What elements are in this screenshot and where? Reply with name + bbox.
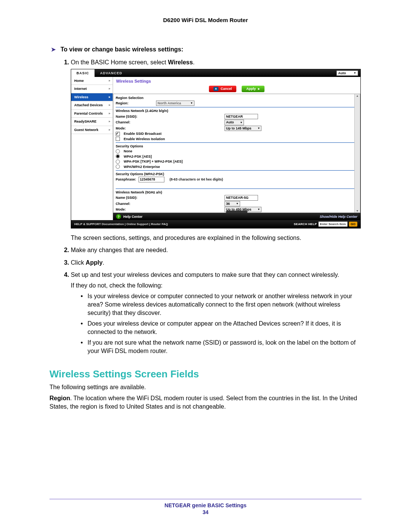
footer-title: NETGEAR genie BASIC Settings (49, 502, 362, 508)
go-button[interactable]: GO (349, 222, 357, 227)
search-help-input[interactable]: Enter Search Item (319, 222, 347, 227)
support-bar: HELP & SUPPORT Documentation | Online Su… (71, 220, 360, 228)
sec-mixed-radio[interactable] (116, 160, 120, 164)
wireless-isolation-checkbox[interactable] (116, 137, 120, 141)
help-bar: ? Help Center Show/Hide Help Center (113, 213, 360, 220)
step1-note: The screen sections, settings, and proce… (71, 234, 362, 242)
tab-basic[interactable]: BASIC (71, 69, 95, 77)
ssid5-input[interactable]: NETGEAR-5G (225, 195, 258, 200)
section-heading: Wireless Settings Screen Fields (49, 368, 362, 380)
tab-advanced[interactable]: ADVANCED (95, 69, 127, 77)
check-intro: If they do not, check the following: (71, 281, 362, 290)
drag-notch-icon[interactable] (226, 211, 247, 213)
search-help-label: SEARCH HELP (294, 222, 317, 226)
section-intro: The following settings are available. (49, 383, 362, 391)
sec-wpa2psk-label: WPA2-PSK [AES] (124, 154, 152, 159)
n5-head: Wireless Network (5GHz a/n) (116, 190, 358, 195)
ssid24-input[interactable]: NETGEAR (225, 114, 258, 119)
sidebar-item-attached[interactable]: Attached Devices▸ (71, 101, 113, 109)
bullet-2: Does your wireless device or computer ap… (81, 320, 362, 336)
step-1: On the BASIC Home screen, select Wireles… (71, 58, 362, 242)
sec-mixed-label: WPA-PSK [TKIP] + WPA2-PSK [AES] (124, 159, 183, 164)
mode5-label: Mode: (116, 207, 139, 212)
ch5-label: Channel: (116, 201, 139, 206)
sidebar-item-guest[interactable]: Guest Network▸ (71, 126, 113, 134)
region-label: Region: (116, 101, 139, 105)
pass-input[interactable]: 12345678 (139, 177, 164, 182)
sec-enterprise-label: WPA/WPA2 Enterprise (124, 165, 160, 169)
ssid5-label: Name (SSID): (116, 195, 139, 200)
ssid-broadcast-label: Enable SSID Broadcast (124, 131, 162, 136)
page-footer: NETGEAR genie BASIC Settings 34 (49, 496, 362, 515)
wireless-isolation-label: Enable Wireless Isolation (124, 137, 165, 141)
sidebar-item-readyshare[interactable]: ReadySHARE▸ (71, 118, 113, 126)
help-center-label[interactable]: Help Center (123, 214, 143, 219)
pass-label: Passphrase: (116, 177, 136, 182)
sidebar-item-home[interactable]: Home▸ (71, 77, 113, 85)
sidebar-item-parental[interactable]: Parental Controls▸ (71, 110, 113, 118)
pass-hint: (8-63 characters or 64 hex digits) (170, 177, 223, 182)
sec-head: Security Options (116, 144, 358, 149)
step-4: Set up and test your wireless devices an… (71, 271, 362, 356)
help-icon: ? (116, 214, 121, 219)
step-2: Make any changes that are needed. (71, 246, 362, 254)
shot-topbar: BASIC ADVANCED Auto▼ (71, 69, 360, 77)
region-paragraph: Region. The location where the WiFi DSL … (49, 394, 362, 411)
lead-heading: To view or change basic wireless setting… (61, 46, 183, 53)
ssid24-label: Name (SSID): (116, 114, 139, 119)
doc-title: D6200 WiFi DSL Modem Router (49, 17, 362, 23)
footer-page: 34 (49, 509, 362, 515)
sidebar: Home▸ Internet▸ Wireless▸ Attached Devic… (71, 77, 113, 220)
region-select[interactable]: North America▼ (156, 101, 194, 106)
step-3: Click Apply. (71, 259, 362, 267)
sidebar-item-wireless[interactable]: Wireless▸ (71, 93, 113, 101)
support-links[interactable]: HELP & SUPPORT Documentation | Online Su… (74, 222, 168, 226)
ch5-select[interactable]: 36▼ (225, 201, 240, 206)
n24-head: Wireless Network (2.4GHz b/g/n) (116, 109, 358, 113)
panel-title: Wireless Settings (113, 77, 360, 86)
mode24-select[interactable]: Up to 145 Mbps▼ (225, 126, 261, 131)
ch24-select[interactable]: Auto▼ (225, 120, 244, 125)
mode24-label: Mode: (116, 126, 139, 131)
sec-enterprise-radio[interactable] (116, 165, 120, 169)
ch24-label: Channel: (116, 120, 139, 125)
auto-select[interactable]: Auto▼ (336, 70, 358, 76)
apply-button[interactable]: Apply▸ (242, 86, 264, 92)
bullet-3: If you are not sure what the network nam… (81, 339, 362, 355)
ssid-broadcast-checkbox[interactable] (116, 132, 120, 136)
region-head: Region Selection (116, 96, 358, 100)
chevron-right-icon: ➤ (51, 46, 56, 53)
sidebar-item-internet[interactable]: Internet▸ (71, 85, 113, 93)
sec-none-radio[interactable] (116, 149, 120, 153)
router-screenshot: BASIC ADVANCED Auto▼ Home▸ Internet▸ Wir… (71, 69, 361, 228)
panel-scrollbar[interactable]: ▲▼ (354, 94, 360, 213)
bullet-1: Is your wireless device or computer conn… (81, 292, 362, 317)
cancel-button[interactable]: ✕Cancel (209, 86, 237, 92)
sec-wpa2psk-radio[interactable] (116, 154, 120, 158)
psk-head: Security Options (WPA2-PSK) (116, 172, 358, 176)
sec-none-label: None (124, 149, 132, 153)
showhide-help-link[interactable]: Show/Hide Help Center (320, 214, 357, 219)
